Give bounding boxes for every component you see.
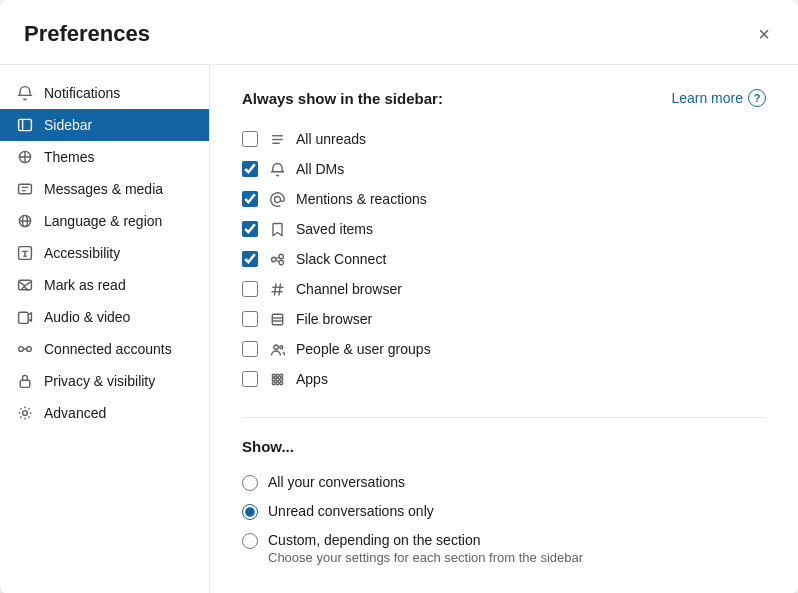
svg-point-21 (279, 260, 284, 265)
sidebar-item-label: Connected accounts (44, 341, 172, 357)
learn-more-link[interactable]: Learn more ? (671, 89, 766, 107)
learn-more-icon: ? (748, 89, 766, 107)
checkbox-row-people-user-groups[interactable]: People & user groups (242, 335, 766, 363)
svg-point-39 (272, 381, 275, 384)
svg-point-37 (276, 378, 279, 381)
sidebar-item-label: Advanced (44, 405, 106, 421)
radio-label-all-conversations: All your conversations (268, 474, 405, 490)
svg-point-10 (19, 347, 24, 352)
sidebar-item-label: Sidebar (44, 117, 92, 133)
sidebar-section-title: Always show in the sidebar: (242, 90, 443, 107)
show-section: Show... All your conversationsUnread con… (242, 438, 766, 570)
modal-body: NotificationsSidebarThemesMessages & med… (0, 65, 798, 593)
sidebar-item-accessibility[interactable]: Accessibility (0, 237, 209, 269)
modal-header: Preferences × (0, 0, 798, 65)
checkbox-people-user-groups[interactable] (242, 341, 258, 357)
svg-point-18 (274, 196, 280, 202)
globe-icon (16, 212, 34, 230)
checkbox-row-file-browser[interactable]: File browser (242, 305, 766, 333)
privacy-icon (16, 372, 34, 390)
sidebar-item-mark-as-read[interactable]: Mark as read (0, 269, 209, 301)
svg-point-38 (279, 378, 282, 381)
checkbox-row-apps[interactable]: Apps (242, 365, 766, 393)
radio-row-all-conversations[interactable]: All your conversations (242, 469, 766, 496)
saved-row-icon (268, 220, 286, 238)
sidebar-item-connected-accounts[interactable]: Connected accounts (0, 333, 209, 365)
checkbox-slack-connect[interactable] (242, 251, 258, 267)
mentions-row-icon (268, 190, 286, 208)
sidebar-item-label: Themes (44, 149, 95, 165)
learn-more-label: Learn more (671, 90, 743, 106)
sidebar-item-themes[interactable]: Themes (0, 141, 209, 173)
checkbox-row-all-dms[interactable]: All DMs (242, 155, 766, 183)
sidebar-item-label: Mark as read (44, 277, 126, 293)
files-row-icon (268, 310, 286, 328)
checkbox-label-all-unreads: All unreads (296, 131, 366, 147)
checkbox-all-dms[interactable] (242, 161, 258, 177)
svg-line-22 (276, 257, 279, 259)
checkbox-label-slack-connect: Slack Connect (296, 251, 386, 267)
checkbox-apps[interactable] (242, 371, 258, 387)
radio-sublabel-custom: Choose your settings for each section fr… (268, 550, 583, 565)
svg-rect-28 (272, 314, 283, 325)
svg-point-36 (272, 378, 275, 381)
connected-icon (16, 340, 34, 358)
svg-point-41 (279, 381, 282, 384)
radio-label-custom: Custom, depending on the section (268, 532, 583, 548)
close-button[interactable]: × (754, 20, 774, 48)
checkbox-row-all-unreads[interactable]: All unreads (242, 125, 766, 153)
checkbox-channel-browser[interactable] (242, 281, 258, 297)
connect-row-icon (268, 250, 286, 268)
messages-icon (16, 180, 34, 198)
sidebar-item-sidebar[interactable]: Sidebar (0, 109, 209, 141)
sidebar-checkbox-list: All unreadsAll DMsMentions & reactionsSa… (242, 125, 766, 393)
sidebar-item-label: Notifications (44, 85, 120, 101)
radio-custom[interactable] (242, 533, 258, 549)
checkbox-all-unreads[interactable] (242, 131, 258, 147)
preferences-modal: Preferences × NotificationsSidebarThemes… (0, 0, 798, 593)
svg-rect-13 (20, 380, 30, 387)
sidebar-item-advanced[interactable]: Advanced (0, 397, 209, 429)
checkbox-label-mentions-reactions: Mentions & reactions (296, 191, 427, 207)
radio-all-conversations[interactable] (242, 475, 258, 491)
checkbox-file-browser[interactable] (242, 311, 258, 327)
apps-row-icon (268, 370, 286, 388)
sidebar-icon (16, 116, 34, 134)
svg-line-24 (274, 283, 276, 295)
advanced-icon (16, 404, 34, 422)
sidebar-item-label: Privacy & visibility (44, 373, 155, 389)
svg-point-31 (273, 345, 278, 350)
radio-row-unread-only[interactable]: Unread conversations only (242, 498, 766, 525)
bell-icon (16, 84, 34, 102)
people-row-icon (268, 340, 286, 358)
sidebar-item-privacy-visibility[interactable]: Privacy & visibility (0, 365, 209, 397)
checkbox-label-saved-items: Saved items (296, 221, 373, 237)
checkbox-row-saved-items[interactable]: Saved items (242, 215, 766, 243)
svg-point-33 (272, 374, 275, 377)
audio-icon (16, 308, 34, 326)
sidebar-item-audio-video[interactable]: Audio & video (0, 301, 209, 333)
checkbox-row-channel-browser[interactable]: Channel browser (242, 275, 766, 303)
checkbox-label-channel-browser: Channel browser (296, 281, 402, 297)
svg-line-25 (279, 283, 281, 295)
checkbox-label-file-browser: File browser (296, 311, 372, 327)
sidebar-section-header: Always show in the sidebar: Learn more ? (242, 89, 766, 107)
checkbox-mentions-reactions[interactable] (242, 191, 258, 207)
checkbox-row-slack-connect[interactable]: Slack Connect (242, 245, 766, 273)
checkbox-saved-items[interactable] (242, 221, 258, 237)
themes-icon (16, 148, 34, 166)
radio-label-unread-only: Unread conversations only (268, 503, 434, 519)
checkbox-row-mentions-reactions[interactable]: Mentions & reactions (242, 185, 766, 213)
radio-unread-only[interactable] (242, 504, 258, 520)
show-section-title: Show... (242, 438, 766, 455)
svg-point-34 (276, 374, 279, 377)
main-content: Always show in the sidebar: Learn more ?… (210, 65, 798, 593)
section-divider (242, 417, 766, 418)
radio-row-custom[interactable]: Custom, depending on the sectionChoose y… (242, 527, 766, 570)
sidebar-item-messages-media[interactable]: Messages & media (0, 173, 209, 205)
sidebar-item-language-region[interactable]: Language & region (0, 205, 209, 237)
sidebar-item-label: Accessibility (44, 245, 120, 261)
checkbox-label-people-user-groups: People & user groups (296, 341, 431, 357)
sidebar-item-notifications[interactable]: Notifications (0, 77, 209, 109)
sidebar-item-label: Language & region (44, 213, 162, 229)
